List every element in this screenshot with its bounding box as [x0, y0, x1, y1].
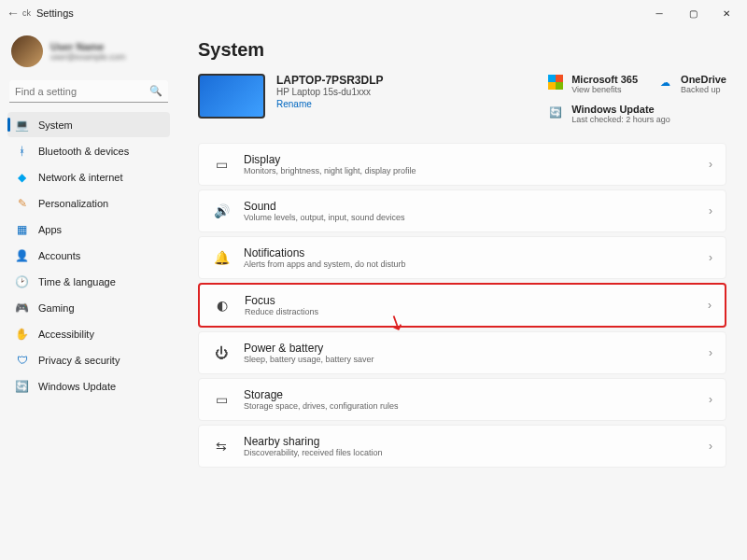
search-input[interactable] [15, 86, 149, 97]
device-thumbnail [198, 74, 265, 119]
chevron-right-icon: › [709, 251, 712, 264]
nav-system-icon: 💻 [15, 118, 29, 132]
device-name: LAPTOP-7PSR3DLP [276, 74, 383, 87]
row-sub: Volume levels, output, input, sound devi… [244, 213, 696, 222]
row-title: Notifications [244, 246, 696, 259]
nav-label: Network & internet [38, 172, 122, 183]
page-title: System [198, 39, 726, 61]
chevron-right-icon: › [708, 299, 712, 312]
nav-accounts[interactable]: 👤Accounts [7, 243, 170, 268]
row-title: Storage [244, 388, 696, 401]
user-name: User Name [50, 41, 125, 52]
nav-accessibility[interactable]: ✋Accessibility [7, 321, 170, 346]
nav-label: Apps [38, 224, 62, 235]
row-display[interactable]: ▭DisplayMonitors, brightness, night ligh… [198, 143, 726, 186]
nav-bluetooth[interactable]: ᚼBluetooth & devices [7, 138, 170, 163]
maximize-button[interactable]: ▢ [676, 0, 710, 26]
row-focus-icon: ◐ [213, 298, 232, 313]
minimize-button[interactable]: ─ [642, 0, 676, 26]
window-title: Settings [36, 7, 74, 19]
row-display-icon: ▭ [212, 157, 231, 172]
nav-personalization[interactable]: ✎Personalization [7, 190, 170, 216]
user-email: user@example.com [50, 52, 125, 62]
row-title: Nearby sharing [244, 435, 696, 448]
row-sub: Sleep, battery usage, battery saver [244, 355, 696, 364]
nav-privacy-icon: 🛡 [15, 353, 29, 367]
row-sub: Storage space, drives, configuration rul… [244, 401, 696, 411]
row-storage[interactable]: ▭StorageStorage space, drives, configura… [198, 378, 726, 421]
avatar [11, 35, 43, 67]
row-title: Focus [245, 294, 695, 307]
row-focus[interactable]: ◐FocusReduce distractions› [198, 283, 726, 328]
service-update[interactable]: 🔄 Windows Update Last checked: 2 hours a… [547, 104, 726, 124]
nav-gaming[interactable]: 🎮Gaming [7, 295, 170, 320]
row-storage-icon: ▭ [212, 392, 231, 407]
row-title: Power & battery [244, 342, 696, 355]
rename-link[interactable]: Rename [276, 99, 383, 109]
nav-apps[interactable]: ▦Apps [7, 217, 170, 242]
chevron-right-icon: › [709, 440, 712, 453]
nav-update-icon: 🔄 [15, 379, 29, 393]
m365-sub: View benefits [571, 85, 638, 94]
device-card[interactable]: LAPTOP-7PSR3DLP HP Laptop 15s-du1xxx Ren… [198, 74, 383, 119]
title-bar: ← ck Settings ─ ▢ ✕ [0, 0, 747, 26]
m365-title: Microsoft 365 [571, 74, 638, 85]
nav-personalization-icon: ✎ [15, 196, 29, 210]
row-notifications[interactable]: 🔔NotificationsAlerts from apps and syste… [198, 236, 726, 279]
user-block[interactable]: User Name user@example.com [7, 32, 170, 77]
row-nearby-icon: ⇆ [212, 439, 231, 454]
nav-time[interactable]: 🕑Time & language [7, 269, 170, 294]
row-title: Display [244, 153, 696, 166]
row-sub: Discoverability, received files location [244, 448, 696, 457]
nav-bluetooth-icon: ᚼ [15, 144, 29, 158]
close-button[interactable]: ✕ [710, 0, 743, 26]
search-box[interactable]: 🔍 [9, 80, 168, 103]
nav-privacy[interactable]: 🛡Privacy & security [7, 347, 170, 372]
nav-time-icon: 🕑 [15, 274, 29, 288]
service-onedrive[interactable]: ☁ OneDrive Backed up [656, 74, 726, 94]
nav-label: Accounts [38, 250, 80, 261]
nav-network-icon: ◆ [15, 170, 29, 184]
onedrive-icon: ☁ [656, 74, 673, 91]
nav-update[interactable]: 🔄Windows Update [7, 373, 170, 399]
row-sub: Alerts from apps and system, do not dist… [244, 259, 696, 269]
onedrive-title: OneDrive [681, 74, 726, 85]
nav-label: Bluetooth & devices [38, 146, 129, 157]
row-nearby[interactable]: ⇆Nearby sharingDiscoverability, received… [198, 425, 726, 468]
main-content: System LAPTOP-7PSR3DLP HP Laptop 15s-du1… [177, 26, 747, 560]
chevron-right-icon: › [709, 204, 712, 217]
nav-apps-icon: ▦ [15, 222, 29, 236]
row-power[interactable]: ⏻Power & batterySleep, battery usage, ba… [198, 331, 726, 374]
nav-label: System [38, 119, 73, 131]
nav-system[interactable]: 💻System [7, 112, 170, 137]
row-sound-icon: 🔊 [212, 203, 231, 218]
row-power-icon: ⏻ [212, 345, 231, 360]
row-sound[interactable]: 🔊SoundVolume levels, output, input, soun… [198, 189, 726, 232]
back-label: ck [22, 8, 31, 18]
nav-label: Windows Update [38, 381, 116, 392]
nav-label: Gaming [38, 302, 75, 314]
sidebar: User Name user@example.com 🔍 💻SystemᚼBlu… [0, 26, 177, 560]
row-sub: Monitors, brightness, night light, displ… [244, 166, 696, 175]
row-notifications-icon: 🔔 [212, 250, 231, 265]
nav-network[interactable]: ◆Network & internet [7, 164, 170, 189]
row-sub: Reduce distractions [245, 307, 695, 316]
row-title: Sound [244, 200, 696, 213]
service-m365[interactable]: Microsoft 365 View benefits [547, 74, 638, 94]
back-button[interactable]: ← [4, 4, 22, 22]
onedrive-sub: Backed up [681, 85, 726, 94]
nav-label: Time & language [38, 276, 116, 287]
nav-accessibility-icon: ✋ [15, 327, 29, 341]
nav-accounts-icon: 👤 [15, 248, 29, 262]
nav-label: Personalization [38, 198, 108, 209]
nav-label: Privacy & security [38, 355, 120, 366]
chevron-right-icon: › [709, 393, 712, 406]
nav-label: Accessibility [38, 329, 94, 340]
update-icon: 🔄 [547, 104, 564, 120]
update-title: Windows Update [571, 104, 670, 115]
update-sub: Last checked: 2 hours ago [571, 115, 670, 124]
nav-gaming-icon: 🎮 [15, 301, 29, 315]
chevron-right-icon: › [709, 346, 712, 359]
ms365-icon [547, 74, 564, 91]
search-icon: 🔍 [149, 85, 162, 97]
